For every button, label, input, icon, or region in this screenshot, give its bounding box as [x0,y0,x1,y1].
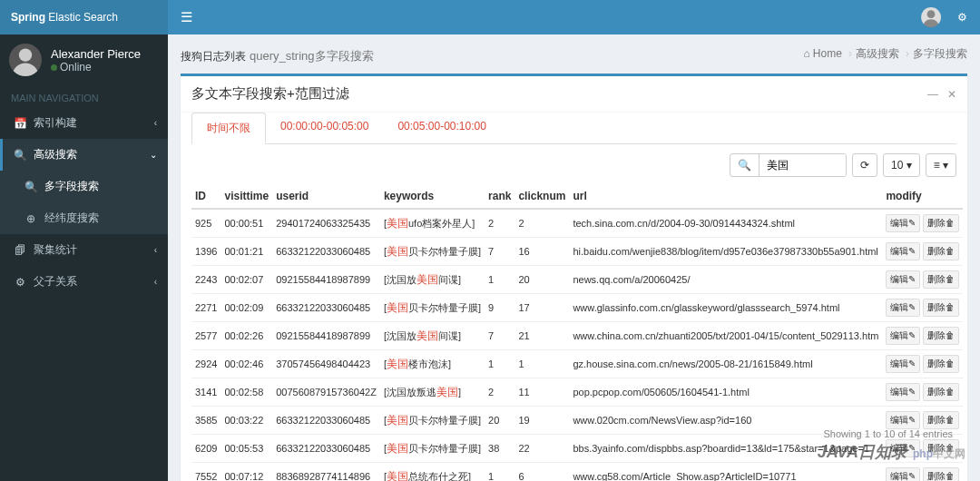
search-group: 🔍 [730,153,847,177]
table-row: 227100:02:0966332122033060485[美国贝卡尔特量子膜]… [191,294,963,322]
page-size-select[interactable]: 10 ▾ [883,153,920,177]
nav-label: 父子关系 [34,274,77,290]
sidebar-item[interactable]: ⊕经纬度搜索 [0,202,168,234]
edit-button[interactable]: 编辑✎ [886,355,920,373]
sidebar: Alexander Pierce Online MAIN NAVIGATION … [0,34,168,481]
edit-button[interactable]: 编辑✎ [886,467,920,481]
delete-button[interactable]: 删除🗑 [923,242,959,260]
view-mode-button[interactable]: ≡ ▾ [926,153,956,177]
sidebar-item[interactable]: 🗐聚集统计‹ [0,234,168,266]
chevron-icon: ‹ [154,118,157,128]
delete-button[interactable]: 删除🗑 [923,411,959,429]
column-header[interactable]: rank [485,184,514,209]
search-input[interactable] [760,154,846,176]
search-icon: 🔍 [730,154,760,176]
time-tabs: 时间不限00:00:00-00:05:0000:05:00-00:10:00 [191,113,956,144]
user-status: Online [51,61,141,74]
nav-label: 经纬度搜索 [44,211,99,226]
user-avatar-large [9,44,42,76]
nav-header: MAIN NAVIGATION [0,85,168,107]
user-panel: Alexander Pierce Online [0,34,168,85]
nav-icon: 🔍 [14,149,26,162]
nav-label: 多字段搜索 [44,179,99,194]
page-title: 搜狗日志列表query_string多字段搜索 [181,44,374,64]
table-row: 92500:00:5129401724063325435[美国ufo档案外星人]… [191,209,963,238]
column-header[interactable]: visittime [220,184,272,209]
delete-button[interactable]: 删除🗑 [923,355,959,373]
delete-button[interactable]: 删除🗑 [923,327,959,345]
refresh-button[interactable]: ⟳ [852,153,877,177]
edit-button[interactable]: 编辑✎ [886,327,920,345]
sidebar-item[interactable]: 📅索引构建‹ [0,107,168,139]
sidebar-item[interactable]: ⚙父子关系‹ [0,266,168,298]
collapse-icon[interactable]: — [927,88,938,101]
edit-button[interactable]: 编辑✎ [886,411,920,429]
edit-button[interactable]: 编辑✎ [886,214,920,232]
table-row: 314100:02:5800756087915736042Z[沈国放叛逃美国]2… [191,378,963,407]
table-row: 224300:02:0709215584418987899[沈国放美国间谍]12… [191,266,963,294]
time-tab[interactable]: 00:00:00-00:05:00 [266,113,383,143]
edit-button[interactable]: 编辑✎ [886,383,920,401]
nav-label: 高级搜索 [34,147,77,162]
table-row: 257700:02:2609215584418987899[沈国放美国间谍]72… [191,322,963,350]
table-row: 755200:07:1288368928774114896[美国总统布什之死]1… [191,463,963,482]
column-header[interactable]: keywords [380,184,485,209]
watermark: JAVA日知录 php中文网 [818,441,965,463]
app-logo[interactable]: Spring Elastic Search [0,0,168,34]
column-header[interactable]: url [569,184,882,209]
edit-button[interactable]: 编辑✎ [886,270,920,289]
nav-icon: ⊕ [24,212,37,225]
time-tab[interactable]: 时间不限 [191,113,266,144]
user-name: Alexander Pierce [51,47,141,61]
sidebar-toggle-icon[interactable]: ☰ [181,9,192,25]
column-header[interactable]: ID [191,184,220,209]
column-header[interactable]: clicknum [514,184,569,209]
chevron-icon: ‹ [154,245,157,255]
nav-label: 索引构建 [34,115,77,131]
chevron-icon: ‹ [154,277,157,287]
nav-icon: 🗐 [14,244,26,257]
column-header[interactable]: modify [882,184,963,209]
nav-icon: ⚙ [14,276,26,289]
delete-button[interactable]: 删除🗑 [923,299,959,317]
edit-button[interactable]: 编辑✎ [886,242,920,260]
table-row: 292400:02:4637057456498404423[美国楼市泡沫]11g… [191,350,963,378]
nav-icon: 🔍 [24,181,37,193]
settings-icon[interactable]: ⚙ [957,11,967,24]
nav-icon: 📅 [14,117,26,130]
sidebar-item[interactable]: 🔍多字段搜索 [0,171,168,202]
column-header[interactable]: userid [272,184,380,209]
sidebar-item[interactable]: 🔍高级搜索⌄ [0,139,168,171]
time-tab[interactable]: 00:05:00-00:10:00 [383,113,500,143]
close-icon[interactable]: ✕ [947,88,956,101]
box-title: 多文本字段搜索+范围过滤 [191,85,349,103]
table-row: 139600:01:2166332122033060485[美国贝卡尔特量子膜]… [191,238,963,266]
delete-button[interactable]: 删除🗑 [923,467,959,481]
chevron-icon: ⌄ [150,150,157,160]
home-icon[interactable]: ⌂ [804,47,810,60]
user-avatar-icon[interactable] [921,7,941,27]
breadcrumb: ⌂ Home ›高级搜索 ›多字段搜索 [804,46,967,62]
result-box: 多文本字段搜索+范围过滤 — ✕ 时间不限00:00:00-00:05:0000… [181,74,967,481]
delete-button[interactable]: 删除🗑 [923,270,959,289]
delete-button[interactable]: 删除🗑 [923,214,959,232]
delete-button[interactable]: 删除🗑 [923,383,959,401]
edit-button[interactable]: 编辑✎ [886,299,920,317]
nav-label: 聚集统计 [34,242,77,258]
page-info: Showing 1 to 10 of 14 entries [824,428,953,439]
